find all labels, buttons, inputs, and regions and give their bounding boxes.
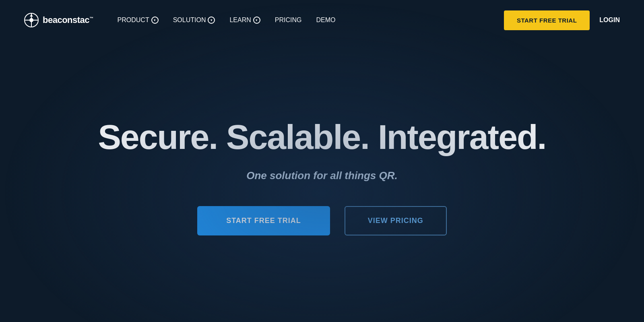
nav-solution[interactable]: SOLUTION ▾ xyxy=(173,17,215,24)
logo-icon xyxy=(24,13,39,27)
navigation: beaconstac™ PRODUCT ▾ SOLUTION ▾ LEARN ▾… xyxy=(0,0,644,40)
nav-learn[interactable]: LEARN ▾ xyxy=(229,17,260,24)
nav-demo[interactable]: DEMO xyxy=(316,17,336,24)
nav-login-button[interactable]: LOGIN xyxy=(599,17,620,24)
chevron-down-icon: ▾ xyxy=(151,17,159,24)
hero-section: Secure. Scalable. Integrated. One soluti… xyxy=(0,40,644,322)
hero-headline: Secure. Scalable. Integrated. xyxy=(98,119,546,155)
logo-wordmark: beaconstac™ xyxy=(43,15,93,25)
hero-cta-row: START FREE TRIAL VIEW PRICING xyxy=(197,206,447,235)
hero-view-pricing-button[interactable]: VIEW PRICING xyxy=(345,206,447,235)
nav-pricing[interactable]: PRICING xyxy=(275,17,302,24)
svg-point-3 xyxy=(29,18,33,22)
chevron-down-icon: ▾ xyxy=(208,17,215,24)
hero-start-trial-button[interactable]: START FREE TRIAL xyxy=(197,206,330,235)
hero-subheadline: One solution for all things QR. xyxy=(246,169,398,182)
chevron-down-icon: ▾ xyxy=(253,17,260,24)
nav-actions: START FREE TRIAL LOGIN xyxy=(504,10,620,30)
logo[interactable]: beaconstac™ xyxy=(24,13,93,27)
nav-start-trial-button[interactable]: START FREE TRIAL xyxy=(504,10,590,30)
nav-product[interactable]: PRODUCT ▾ xyxy=(118,17,159,24)
nav-links: PRODUCT ▾ SOLUTION ▾ LEARN ▾ PRICING DEM… xyxy=(118,17,504,24)
